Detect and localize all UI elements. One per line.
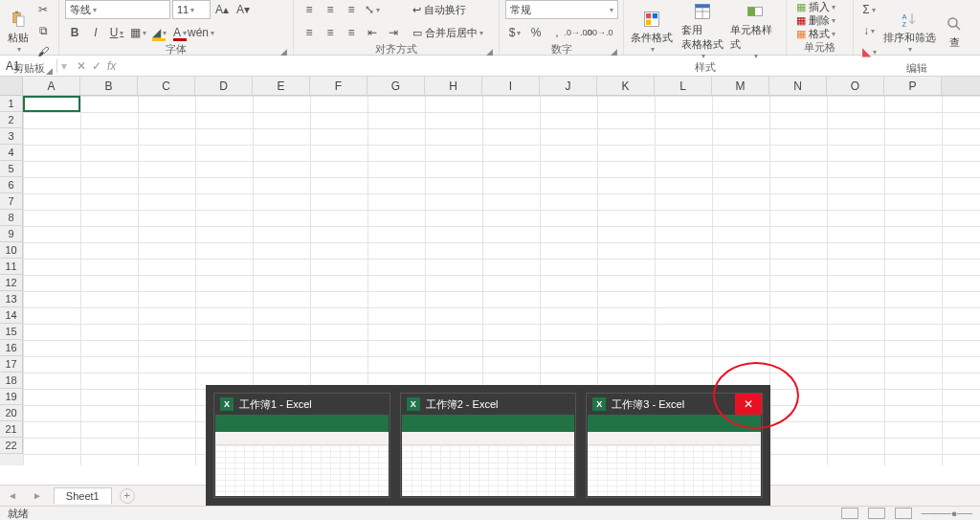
row-header[interactable]: 17 [0,356,23,373]
delete-cells-button[interactable]: ▦ 删除▾ [792,13,847,27]
column-header[interactable]: E [253,77,310,95]
row-header[interactable]: 5 [0,161,23,177]
preview-thumbnail [588,415,761,496]
percent-button[interactable]: % [526,23,546,42]
decrease-font-button[interactable]: A▾ [234,0,253,19]
fx-button[interactable]: fx [107,59,116,73]
italic-button[interactable]: I [86,23,105,42]
row-header[interactable]: 16 [0,340,23,356]
phonetic-button[interactable]: wén▾ [191,23,211,42]
column-header[interactable]: K [597,77,655,95]
cut-button[interactable]: ✂ [33,0,53,19]
font-color-button[interactable]: A▾ [170,23,189,42]
bold-button[interactable]: B [65,23,84,42]
select-all-corner[interactable] [0,77,23,95]
paste-button[interactable]: 粘贴 ▾ [6,0,30,61]
cell-styles-button[interactable]: 单元格样式▾ [730,0,780,60]
column-header[interactable]: I [482,77,540,95]
view-page-layout-button[interactable] [868,508,885,519]
row-header[interactable]: 4 [0,145,23,161]
close-preview-button[interactable]: ✕ [735,394,762,415]
fill-button[interactable]: ↓▾ [859,21,879,40]
format-cells-button[interactable]: ▦ 格式▾ [792,27,847,40]
currency-button[interactable]: $▾ [505,23,524,42]
align-center-button[interactable]: ≡ [321,23,340,42]
align-middle-button[interactable]: ≡ [321,0,340,19]
column-header[interactable]: J [540,77,597,95]
merge-center-button[interactable]: ▭ 合并后居中▾ [409,23,487,42]
zoom-slider[interactable]: ────●── [922,508,972,519]
row-header[interactable]: 2 [0,112,23,128]
dialog-launcher-icon[interactable]: ◢ [486,47,493,57]
decrease-indent-button[interactable]: ⇤ [363,23,382,42]
column-header[interactable]: N [769,77,827,95]
dialog-launcher-icon[interactable]: ◢ [280,47,287,57]
column-header[interactable]: L [655,77,712,95]
sheet-nav-prev[interactable]: ◄ [0,490,25,501]
row-header[interactable]: 3 [0,128,23,145]
column-header[interactable]: O [827,77,884,95]
row-header[interactable]: 21 [0,421,23,438]
taskbar-preview[interactable]: ✕X工作簿3 - Excel [586,393,763,498]
row-header[interactable]: 8 [0,210,23,226]
sort-filter-button[interactable]: AZ 排序和筛选▾ [882,0,936,61]
number-format-select[interactable]: 常规▾ [505,0,618,19]
taskbar-preview[interactable]: X工作簿1 - Excel [213,393,390,498]
row-header[interactable]: 13 [0,291,23,307]
wrap-text-button[interactable]: ↩ 自动换行 [409,0,487,19]
view-normal-button[interactable] [841,508,858,519]
increase-font-button[interactable]: A▴ [212,0,232,19]
decrease-decimal-button[interactable]: .00→.0 [590,23,609,42]
row-header[interactable]: 19 [0,389,23,405]
row-header[interactable]: 12 [0,275,23,291]
dialog-launcher-icon[interactable]: ◢ [611,47,617,57]
clear-button[interactable]: ◣▾ [859,42,879,61]
column-header[interactable]: P [884,77,942,95]
column-header[interactable]: A [23,77,80,95]
row-header[interactable]: 10 [0,242,23,259]
column-header[interactable]: H [425,77,482,95]
add-sheet-button[interactable]: + [120,488,135,504]
copy-button[interactable]: ⧉ [33,21,53,40]
sheet-tab[interactable]: Sheet1 [54,487,112,504]
column-header[interactable]: M [712,77,769,95]
autosum-button[interactable]: Σ▾ [859,0,879,19]
cancel-formula-button[interactable]: ✕ [77,59,86,73]
column-header[interactable]: C [138,77,195,95]
row-header[interactable]: 18 [0,373,23,389]
column-header[interactable]: D [195,77,253,95]
align-right-button[interactable]: ≡ [342,23,361,42]
format-as-table-button[interactable]: 套用 表格格式▾ [678,0,727,60]
enter-formula-button[interactable]: ✓ [92,59,101,73]
underline-button[interactable]: U▾ [107,23,126,42]
row-header[interactable]: 9 [0,226,23,242]
border-button[interactable]: ▦▾ [128,23,147,42]
row-header[interactable]: 14 [0,307,23,324]
dialog-launcher-icon[interactable]: ◢ [46,66,53,76]
align-top-button[interactable]: ≡ [300,0,319,19]
chevron-down-icon[interactable]: ▾ [57,59,71,73]
row-header[interactable]: 7 [0,193,23,210]
align-bottom-button[interactable]: ≡ [342,0,361,19]
font-size-select[interactable]: 11▾ [172,0,211,19]
font-name-select[interactable]: 等线▾ [65,0,170,19]
increase-indent-button[interactable]: ⇥ [384,23,403,42]
sheet-nav-next[interactable]: ► [25,490,50,501]
fill-color-button[interactable]: ◢▾ [149,23,168,42]
column-header[interactable]: G [368,77,425,95]
row-header[interactable]: 15 [0,324,23,340]
row-header[interactable]: 6 [0,177,23,193]
column-header[interactable]: B [80,77,138,95]
view-page-break-button[interactable] [895,508,912,519]
column-header[interactable]: F [310,77,368,95]
taskbar-preview[interactable]: X工作簿2 - Excel [400,393,577,498]
row-header[interactable]: 1 [0,96,23,112]
row-header[interactable]: 20 [0,405,23,421]
row-header[interactable]: 11 [0,259,23,275]
find-button[interactable]: 查 [940,0,969,61]
conditional-format-button[interactable]: 条件格式▾ [630,0,674,60]
orientation-button[interactable]: ⤡▾ [363,0,382,19]
row-header[interactable]: 22 [0,438,23,454]
insert-cells-button[interactable]: ▦ 插入▾ [792,0,847,13]
align-left-button[interactable]: ≡ [300,23,319,42]
